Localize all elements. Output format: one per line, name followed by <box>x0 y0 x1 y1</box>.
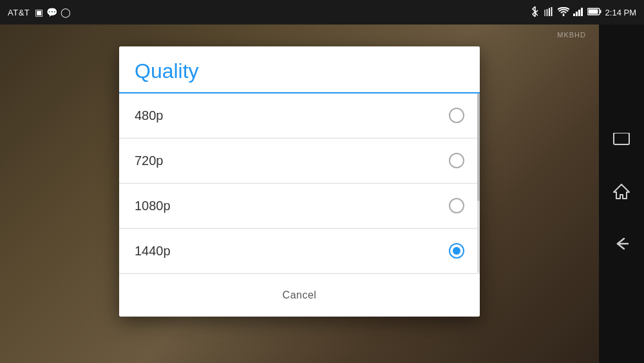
quality-label-1440p: 1440p <box>135 244 171 259</box>
quality-label-720p: 720p <box>135 153 164 168</box>
quality-label-1080p: 1080p <box>135 199 171 213</box>
quality-dialog: Quality 480p 720p 1080p <box>119 46 480 317</box>
quality-option-720p[interactable]: 720p <box>119 139 480 182</box>
quality-label-480p: 480p <box>135 108 164 123</box>
radio-720p[interactable] <box>449 153 464 168</box>
quality-option-1080p[interactable]: 1080p <box>119 184 480 228</box>
scroll-thumb <box>477 93 480 201</box>
radio-1080p[interactable] <box>449 198 464 213</box>
cancel-section: Cancel <box>119 273 480 317</box>
radio-480p[interactable] <box>449 108 464 123</box>
scroll-indicator <box>477 93 480 273</box>
dialog-title-section: Quality <box>119 46 480 93</box>
dialog-title: Quality <box>135 59 464 92</box>
radio-1440p[interactable] <box>449 243 464 259</box>
quality-option-1440p[interactable]: 1440p <box>119 229 480 273</box>
quality-option-480p[interactable]: 480p <box>119 93 480 137</box>
dialog-overlay: Quality 480p 720p 1080p <box>0 0 644 363</box>
dialog-content: 480p 720p 1080p 1440p <box>119 93 480 273</box>
cancel-button[interactable]: Cancel <box>270 284 330 306</box>
